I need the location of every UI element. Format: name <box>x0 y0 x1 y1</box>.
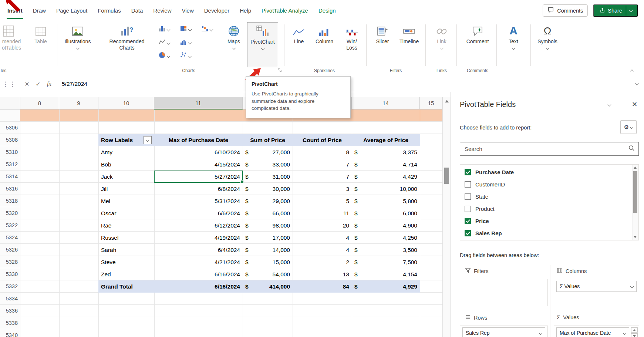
ribbon-tab[interactable]: Formulas <box>92 0 126 21</box>
pivot-cell-name[interactable]: Oscar <box>98 207 154 219</box>
text-button[interactable]: A Text <box>503 23 524 49</box>
symbols-button[interactable]: Ω Symbols <box>536 23 559 49</box>
pivot-cell-max-date[interactable]: 4/15/2024 <box>154 158 243 171</box>
pivot-cell-avg[interactable]: $ 4,250 <box>352 232 420 244</box>
row-header[interactable]: 5320 <box>0 207 20 219</box>
pivot-cell-avg[interactable]: $ 3,500 <box>352 244 420 256</box>
pivotchart-dropdown-chevron-icon[interactable] <box>261 47 264 50</box>
list-scroll-up-arrow[interactable] <box>634 166 637 169</box>
column-header[interactable]: 9 <box>59 97 98 109</box>
panel-options-chevron-icon[interactable] <box>608 103 611 107</box>
pivot-cell-sum[interactable]: $ 66,000 <box>243 207 293 219</box>
pivot-header-count[interactable]: Count of Price <box>293 134 352 146</box>
column-header[interactable]: 8 <box>20 97 59 109</box>
pivot-cell-max-date[interactable]: 4/19/2024 <box>154 232 243 244</box>
maps-button[interactable]: Maps <box>222 23 246 49</box>
pivot-cell-count[interactable]: 5 <box>293 195 352 207</box>
row-header[interactable]: 5336 <box>0 305 20 317</box>
column-header[interactable]: 11 <box>154 97 243 109</box>
row-header[interactable] <box>0 109 20 121</box>
row-header[interactable]: 5332 <box>0 280 20 292</box>
symbols-dropdown-chevron-icon[interactable] <box>546 46 549 50</box>
cancel-icon[interactable]: ✕ <box>21 81 33 88</box>
pivot-cell-sum[interactable]: $ 30,000 <box>243 183 293 195</box>
row-header[interactable]: 5316 <box>0 183 20 195</box>
pivot-cell-max-date[interactable]: 6/16/2024 <box>154 280 243 293</box>
field-search-box[interactable] <box>460 142 639 156</box>
pivot-cell-name[interactable]: Grand Total <box>98 280 154 293</box>
column-header[interactable]: 14 <box>352 97 420 109</box>
pivot-cell-sum[interactable]: $ 98,000 <box>243 219 293 232</box>
pivot-cell-avg[interactable]: $ 3,375 <box>352 146 420 158</box>
row-cells[interactable] <box>20 329 442 337</box>
column-header[interactable]: 15 <box>420 97 442 109</box>
recommended-charts-button[interactable]: ? Recommended Charts <box>100 23 154 51</box>
row-header[interactable]: 5324 <box>0 232 20 243</box>
slicer-button[interactable]: Slicer <box>371 23 394 45</box>
comment-button[interactable]: Comment <box>463 23 492 45</box>
pivot-cell-count[interactable]: 8 <box>293 146 352 158</box>
field-checkbox[interactable] <box>465 193 471 200</box>
pivot-cell-name[interactable]: Mel <box>98 195 154 207</box>
pivot-cell-count[interactable]: 20 <box>293 219 352 232</box>
share-button[interactable]: Share <box>593 4 638 17</box>
pivot-cell-count[interactable]: 3 <box>293 183 352 195</box>
pivot-cell-sum[interactable]: $ 33,000 <box>243 158 293 171</box>
pivot-cell-max-date[interactable]: 6/6/2024 <box>154 207 243 219</box>
pivot-cell-avg[interactable]: $ 4,714 <box>352 158 420 171</box>
stepper-up-button[interactable] <box>631 327 638 333</box>
rows-drop-area[interactable]: Sales Rep <box>460 326 548 337</box>
ribbon-tab[interactable]: Draw <box>28 0 51 21</box>
pivot-cell-avg[interactable]: $ 4,929 <box>352 280 420 293</box>
scroll-up-arrow[interactable] <box>445 100 449 102</box>
row-header[interactable]: 5310 <box>0 146 20 158</box>
row-header[interactable]: 5338 <box>0 317 20 329</box>
pivot-cell-sum[interactable]: $ 14,000 <box>243 244 293 256</box>
sheet-vertical-scrollbar[interactable] <box>442 97 451 337</box>
ribbon-tab[interactable]: PivotTable Analyze <box>256 0 313 21</box>
pivot-header-row-labels[interactable]: Row Labels <box>98 134 154 146</box>
row-cells[interactable] <box>20 293 442 304</box>
field-checkbox-item[interactable]: Sales Rep <box>460 227 632 239</box>
sparkline-column-button[interactable]: Column <box>311 23 337 45</box>
pivot-cell-sum[interactable]: $ 31,000 <box>243 171 293 183</box>
pivot-cell-max-date[interactable]: 6/4/2024 <box>154 244 243 256</box>
pivot-cell-sum[interactable]: $ 54,000 <box>243 268 293 280</box>
scrollbar-thumb[interactable] <box>444 168 449 184</box>
insert-statistic-chart-button[interactable] <box>180 38 191 47</box>
values-area-scroll-stepper[interactable] <box>631 327 638 337</box>
pivot-cell-max-date[interactable]: 6/10/2024 <box>154 146 243 158</box>
row-header[interactable]: 5328 <box>0 256 20 268</box>
expand-formula-bar-chevron-icon[interactable] <box>635 82 639 85</box>
list-scroll-down-arrow[interactable] <box>634 236 637 238</box>
pivot-cell-avg[interactable]: $ 4,154 <box>352 268 420 280</box>
illustrations-button[interactable]: Illustrations <box>61 23 95 49</box>
pivot-cell-count[interactable]: 7 <box>293 171 352 183</box>
insert-scatter-chart-button[interactable] <box>180 51 191 61</box>
row-cells[interactable] <box>20 317 442 329</box>
field-checkbox[interactable] <box>465 169 471 175</box>
insert-column-chart-button[interactable] <box>158 24 170 34</box>
field-checkbox-item[interactable]: Price <box>460 215 632 227</box>
field-checkbox-item[interactable]: Purchase Date <box>460 166 632 178</box>
enter-check-icon[interactable]: ✓ <box>33 81 44 88</box>
collapse-ribbon-chevron-icon[interactable] <box>629 68 634 73</box>
share-dropdown-caret[interactable] <box>626 6 635 16</box>
row-header[interactable]: 5314 <box>0 171 20 182</box>
pivot-cell-count[interactable]: 13 <box>293 268 352 280</box>
comments-button[interactable]: Comments <box>543 4 588 17</box>
pivot-cell-sum[interactable]: $ 29,000 <box>243 195 293 207</box>
field-checkbox[interactable] <box>465 230 471 236</box>
timeline-button[interactable]: Timeline <box>397 23 422 45</box>
row-header[interactable]: 5312 <box>0 158 20 170</box>
columns-drop-area[interactable]: Σ Values <box>554 279 639 306</box>
column-chart-chevron-icon[interactable] <box>167 27 171 31</box>
pivot-cell-max-date[interactable]: 4/21/2024 <box>154 256 243 268</box>
field-checkbox-item[interactable]: CustomerID <box>460 178 632 191</box>
field-list-scrollbar[interactable] <box>632 165 638 240</box>
pivot-cell-avg[interactable]: $ 10,000 <box>352 183 420 195</box>
list-scrollbar-thumb[interactable] <box>633 171 637 213</box>
pivot-cell-name[interactable]: Amy <box>98 146 154 158</box>
filters-drop-area[interactable] <box>460 279 548 306</box>
row-labels-filter-dropdown[interactable] <box>144 136 152 144</box>
